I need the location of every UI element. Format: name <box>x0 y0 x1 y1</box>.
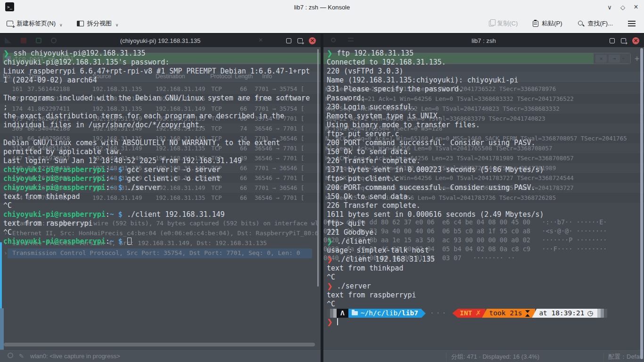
terminal-line: text from thinkpad <box>327 264 644 273</box>
terminal-line: ❯ <box>327 318 644 327</box>
terminal-line: ❯ ./server <box>327 282 644 291</box>
expand-view-icon[interactable] <box>286 38 291 43</box>
powerline-gradient-block <box>330 309 333 318</box>
new-tab-label: 新建标签页(N) <box>17 19 56 28</box>
terminal-line: ftp> put server.c <box>327 130 644 139</box>
new-output-marker <box>0 242 2 308</box>
error-x-icon: ✗ <box>475 309 481 317</box>
terminal-line: Connected to 192.168.31.135. <box>327 58 644 67</box>
terminal-line: ; <box>3 103 321 112</box>
terminal-line: chiyoyuki-pi@192.168.31.135's password: <box>3 58 321 67</box>
pane-right-header[interactable]: lib7 : zsh + ✕ <box>323 34 644 47</box>
paste-icon <box>533 21 538 27</box>
terminal-line: 150 Ok to send data. <box>327 148 644 156</box>
chevron-down-icon: ∨ <box>59 23 63 27</box>
pane-left-header[interactable]: ✕ (chiyoyuki-pi) 192.168.31.135 + ✕ <box>0 34 321 47</box>
paste-label: 粘贴(P) <box>542 19 562 28</box>
titlebar[interactable]: >_ lib7 : zsh — Konsole ∨ ◇ × <box>0 0 644 14</box>
detach-view-icon[interactable]: + <box>621 38 626 43</box>
split-view-button[interactable]: 拆分视图 ∨ <box>73 16 123 31</box>
close-view-icon[interactable]: ✕ <box>632 37 639 44</box>
terminal-line: ^C <box>327 273 644 282</box>
terminal-line: text from raspberrypi <box>327 291 644 300</box>
folder-icon <box>352 311 358 315</box>
terminal-line: 221 Goodbye. <box>327 228 644 237</box>
paste-button[interactable]: 粘贴(P) <box>529 16 566 31</box>
chevron-down-icon: ∨ <box>116 23 119 27</box>
terminal-line: 200 PORT command successful. Consider us… <box>327 139 644 148</box>
terminal-line: 1 (2024-09-02) aarch64 <box>3 76 321 85</box>
maximize-button[interactable]: ◇ <box>619 3 627 11</box>
split-view-area: tcp.port == 7701 ✕ ➔ ▾ + No.TimeSourceDe… <box>0 34 644 362</box>
terminal-line <box>3 130 321 139</box>
hamburger-menu-icon <box>628 21 636 22</box>
cursor-hollow <box>127 238 132 245</box>
scrollbar-left-pane[interactable] <box>317 49 319 287</box>
terminal-line: permitted by applicable law. <box>3 148 321 156</box>
terminal-line: Last login: Sun Jan 12 18:48:52 2025 fro… <box>3 156 321 165</box>
terminal-right[interactable]: ❯ ftp 192.168.31.135Connected to 192.168… <box>323 47 644 362</box>
terminal-line: ❯ ./client 192.168.31.135 <box>327 255 644 264</box>
terminal-line: chiyoyuki-pi@raspberrypi:~ $ ./client 19… <box>3 210 321 219</box>
powerline-gap-dots: ··· <box>430 309 448 318</box>
powerline-arrow-tip <box>421 309 426 318</box>
terminal-pane-left: ✕ (chiyoyuki-pi) 192.168.31.135 + ✕ ❯ ss… <box>0 34 321 362</box>
os-logo-icon: Λ <box>337 309 348 318</box>
terminal-line: ❯ ssh chiyoyuki-pi@192.168.31.135 <box>3 49 321 58</box>
new-tab-icon: + <box>7 21 13 26</box>
split-view-icon <box>77 21 84 26</box>
pane-left-title: (chiyoyuki-pi) 192.168.31.135 <box>120 37 201 44</box>
split-view-label: 拆分视图 <box>87 19 112 28</box>
konsole-window: >_ lib7 : zsh — Konsole ∨ ◇ × + 新建标签页(N)… <box>0 0 644 362</box>
terminal-line: ftp> put client.c <box>327 174 644 183</box>
find-button[interactable]: 查找(F)... <box>574 16 617 31</box>
copy-button[interactable]: 复制(C) <box>485 16 521 31</box>
terminal-line: Linux raspberrypi 6.6.47+rpt-rpi-v8 #1 S… <box>3 67 321 76</box>
zoom-ghost-icon <box>331 38 336 42</box>
gear-icon <box>51 38 57 43</box>
terminal-line: ❯ ./client <box>327 237 644 246</box>
time-segment: at 18:39:21◷ <box>532 309 597 318</box>
terminal-line: ftp> quit <box>327 219 644 228</box>
cursor-beam <box>337 318 338 325</box>
powerline-gradient-block <box>601 309 604 318</box>
terminal-line: Remote system type is UNIX. <box>327 112 644 121</box>
scrollbar-right-pane[interactable] <box>640 48 643 359</box>
close-view-icon[interactable]: ✕ <box>309 37 316 44</box>
toolbar: + 新建标签页(N) ∨ 拆分视图 ∨ 复制(C) 粘贴(P) 查找(F)... <box>0 14 644 34</box>
new-tab-button[interactable]: + 新建标签页(N) ∨ <box>3 16 66 31</box>
terminal-line: chiyoyuki-pi@raspberrypi:~ $ gcc server.… <box>3 165 321 174</box>
powerline-gradient-block <box>604 309 607 318</box>
terminal-left[interactable]: ❯ ssh chiyoyuki-pi@192.168.31.135chiyoyu… <box>0 47 321 362</box>
terminal-line: 1611 bytes sent in 0.000616 seconds (2.4… <box>327 210 644 219</box>
terminal-line: 230 Login successful. <box>327 103 644 112</box>
close-button[interactable]: × <box>632 3 640 11</box>
grid-ghost-icon <box>348 38 354 43</box>
clock-icon: ◷ <box>587 309 593 318</box>
terminal-line: ^C <box>3 228 321 237</box>
terminal-line: chiyoyuki-pi@raspberrypi:~ $ <box>3 237 321 246</box>
minimize-button[interactable]: ∨ <box>605 3 614 11</box>
terminal-line: 200 PORT command successful. Consider us… <box>327 183 644 192</box>
terminal-line: text from thinkpad <box>3 192 321 201</box>
detach-view-icon[interactable]: + <box>297 38 303 43</box>
new-output-marker-dim <box>0 308 4 350</box>
terminal-line: 226 Transfer complete. <box>327 156 644 165</box>
stop-capture-icon <box>21 38 26 43</box>
terminal-line: ❯ ftp 192.168.31.135 <box>327 49 644 58</box>
terminal-line: chiyoyuki-pi@raspberrypi:~ $ gcc client.… <box>3 174 321 183</box>
powerline-path-segment: ~/h/c/lib/lib7 <box>348 309 421 318</box>
terminal-line: The programs included with the Debian GN… <box>3 94 321 103</box>
terminal-line: ^C <box>327 300 644 309</box>
menu-button[interactable] <box>624 18 639 29</box>
terminal-line: 150 Ok to send data. <box>327 192 644 201</box>
terminal-line: ^C <box>3 201 321 210</box>
exit-status-segment: INT✗ <box>452 309 485 318</box>
restart-capture-icon <box>36 38 41 43</box>
powerline-gradient-block <box>327 309 330 318</box>
expand-view-icon[interactable] <box>610 38 615 43</box>
terminal-pane-right: lib7 : zsh + ✕ ❯ ftp 192.168.31.135Conne… <box>323 34 644 362</box>
terminal-line: text from raspberrypi <box>3 219 321 228</box>
terminal-line: Λ~/h/c/lib/lib7···INT✗took 21sat 18:39:2… <box>327 309 644 318</box>
terminal-line: individual files in /usr/share/doc/*/cop… <box>3 121 321 130</box>
